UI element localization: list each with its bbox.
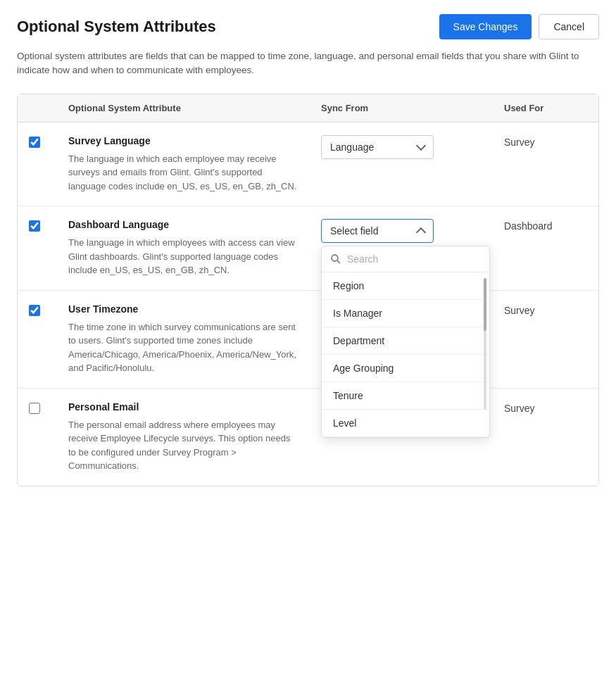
dropdown-list: Region Is Manager Department Age Groupin… <box>322 272 489 437</box>
scrollbar-thumb[interactable] <box>484 278 486 331</box>
user-timezone-used-for: Survey <box>493 303 598 316</box>
dropdown-item[interactable]: Is Manager <box>322 300 489 327</box>
survey-language-name: Survey Language <box>68 135 298 146</box>
dashboard-language-checkbox[interactable] <box>29 220 40 232</box>
dashboard-language-used-for: Dashboard <box>493 219 598 232</box>
personal-email-name: Personal Email <box>68 401 298 413</box>
save-button[interactable]: Save Changes <box>439 14 532 39</box>
survey-language-sync: Language <box>310 135 493 159</box>
dropdown-search-input[interactable] <box>347 253 481 265</box>
svg-line-1 <box>337 260 340 263</box>
dashboard-language-attribute: Dashboard Language The language in which… <box>57 219 310 277</box>
user-timezone-desc: The time zone in which survey communicat… <box>68 320 298 375</box>
attributes-table: Optional System Attribute Sync From Used… <box>17 94 599 486</box>
dropdown-item[interactable]: Age Grouping <box>322 355 489 382</box>
survey-language-attribute: Survey Language The language in which ea… <box>57 135 310 194</box>
col-used-for: Used For <box>493 103 598 113</box>
chevron-down-icon <box>416 227 426 237</box>
user-timezone-name: User Timezone <box>68 303 298 315</box>
dashboard-language-dropdown-value: Select field <box>330 225 378 237</box>
table-header: Optional System Attribute Sync From Used… <box>18 94 598 122</box>
dropdown-search-container <box>322 246 489 272</box>
dashboard-language-sync: Select field Region Is Manager Departmen… <box>310 219 493 243</box>
dropdown-item[interactable]: Region <box>322 272 489 300</box>
table-row: Dashboard Language The language in which… <box>18 206 598 291</box>
scrollbar-track <box>484 278 486 410</box>
col-sync: Sync From <box>310 103 493 113</box>
table-row: Personal Email The personal email addres… <box>18 389 598 486</box>
dashboard-language-dropdown[interactable]: Select field <box>321 219 434 243</box>
table-row: User Timezone The time zone in which sur… <box>18 291 598 389</box>
survey-language-dropdown[interactable]: Language <box>321 135 434 159</box>
survey-language-dropdown-value: Language <box>330 141 374 153</box>
user-timezone-attribute: User Timezone The time zone in which sur… <box>57 303 310 375</box>
col-attribute: Optional System Attribute <box>57 103 310 113</box>
dropdown-popup: Region Is Manager Department Age Groupin… <box>321 246 490 438</box>
dropdown-item[interactable]: Department <box>322 327 489 355</box>
row-checkbox-cell <box>18 401 57 416</box>
page-header: Optional System Attributes Save Changes … <box>17 14 599 39</box>
col-checkbox <box>18 103 57 113</box>
svg-point-0 <box>332 255 338 261</box>
page-title: Optional System Attributes <box>17 18 216 36</box>
personal-email-checkbox[interactable] <box>29 403 40 414</box>
dashboard-language-name: Dashboard Language <box>68 219 298 230</box>
table-row: Survey Language The language in which ea… <box>18 122 598 207</box>
dropdown-item[interactable]: Tenure <box>322 382 489 410</box>
survey-language-used-for: Survey <box>493 135 598 148</box>
user-timezone-checkbox[interactable] <box>29 305 40 316</box>
page-description: Optional system attributes are fields th… <box>17 49 599 78</box>
chevron-down-icon <box>416 141 426 151</box>
row-checkbox-cell <box>18 135 57 150</box>
row-checkbox-cell <box>18 219 57 234</box>
personal-email-desc: The personal email address where employe… <box>68 418 298 473</box>
dashboard-language-desc: The language in which employees with acc… <box>68 236 298 277</box>
personal-email-attribute: Personal Email The personal email addres… <box>57 401 310 473</box>
search-icon <box>330 253 341 265</box>
header-actions: Save Changes Cancel <box>439 14 599 39</box>
personal-email-used-for: Survey <box>493 401 598 414</box>
dropdown-item[interactable]: Level <box>322 410 489 437</box>
survey-language-checkbox[interactable] <box>29 137 40 148</box>
survey-language-desc: The language in which each employee may … <box>68 152 298 194</box>
row-checkbox-cell <box>18 303 57 318</box>
cancel-button[interactable]: Cancel <box>539 14 599 39</box>
